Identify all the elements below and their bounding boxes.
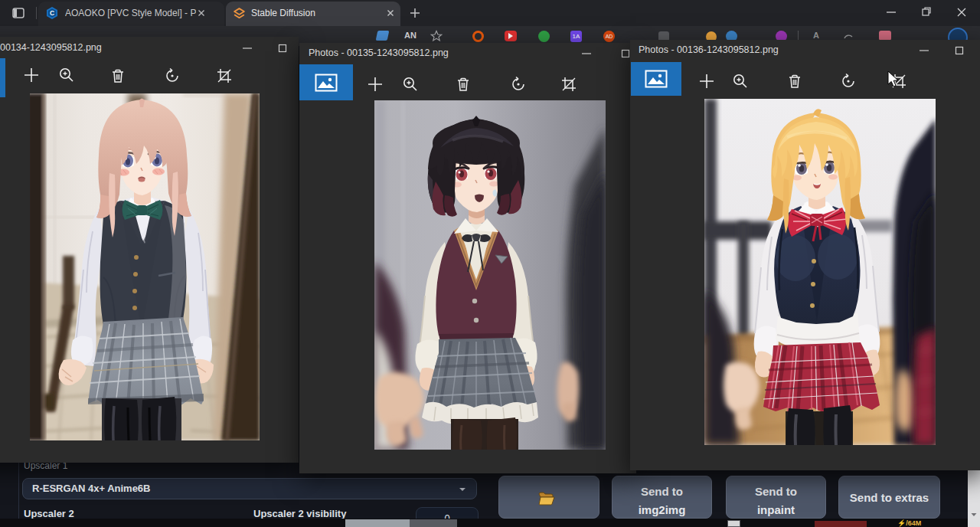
svg-text:C: C <box>50 9 54 17</box>
